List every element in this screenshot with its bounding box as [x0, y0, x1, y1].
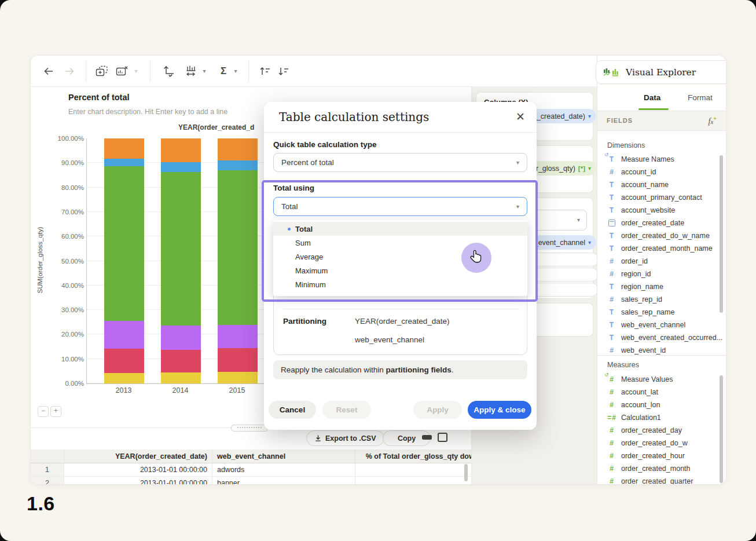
- modal-title: Table calculation settings: [279, 110, 429, 124]
- cancel-button[interactable]: Cancel: [269, 401, 316, 419]
- bar-segment[interactable]: [218, 138, 258, 160]
- y-tick-label: 100.00%: [43, 135, 84, 142]
- bar-segment[interactable]: [104, 349, 144, 373]
- dropdown-option-average[interactable]: Average: [273, 250, 527, 264]
- field-item[interactable]: Tweb_event_created_occurred...: [607, 331, 723, 344]
- dimensions-scrollbar[interactable]: [720, 155, 723, 313]
- lasso-icon: ↺: [604, 152, 609, 158]
- bar-segment[interactable]: [218, 160, 258, 170]
- text-icon: T: [607, 193, 616, 202]
- field-item[interactable]: ↺TMeasure Names: [607, 153, 723, 166]
- y-tick-label: 50.00%: [43, 258, 84, 265]
- apply-button[interactable]: Apply: [413, 401, 462, 419]
- duplicate-chart-icon[interactable]: [94, 64, 109, 79]
- chart-title: Percent of total: [68, 93, 130, 102]
- dropdown-option-total[interactable]: Total: [273, 222, 527, 236]
- bar-segment[interactable]: [104, 159, 144, 166]
- bar-segment[interactable]: [104, 166, 144, 321]
- field-item[interactable]: #account_lat: [607, 386, 723, 399]
- chevron-down-icon[interactable]: ▾: [132, 64, 140, 79]
- field-label: web_event_created_occurred...: [621, 334, 722, 342]
- fields-strip: FIELDS fx+: [597, 111, 726, 131]
- panel-resize-handle[interactable]: [231, 425, 268, 432]
- dropdown-option-sum[interactable]: Sum: [273, 236, 527, 250]
- field-item[interactable]: #account_lon: [607, 399, 723, 411]
- field-item[interactable]: Taccount_website: [607, 204, 723, 217]
- partitioning-label: Partitioning: [283, 317, 326, 326]
- add-calculation-icon[interactable]: fx+: [709, 115, 717, 126]
- chevron-down-icon[interactable]: ▾: [200, 64, 208, 79]
- field-item[interactable]: #order_created_day: [607, 424, 723, 437]
- field-item[interactable]: Taccount_name: [607, 178, 723, 191]
- tab-format[interactable]: Format: [688, 93, 713, 102]
- bar-segment[interactable]: [104, 321, 144, 349]
- field-item[interactable]: #order_created_do_w: [607, 437, 723, 449]
- chart-description-input[interactable]: Enter chart description. Hit Enter key t…: [68, 108, 227, 116]
- reset-button[interactable]: Reset: [322, 401, 371, 419]
- stacked-bar-2014[interactable]: [161, 138, 201, 383]
- measures-scrollbar[interactable]: [720, 375, 723, 483]
- close-icon[interactable]: ✕: [516, 110, 525, 123]
- field-item[interactable]: Tregion_name: [607, 280, 723, 293]
- field-item[interactable]: #account_id: [607, 166, 723, 178]
- field-item[interactable]: #sales_rep_id: [607, 293, 723, 306]
- field-item[interactable]: Torder_created_do_w_name: [607, 229, 723, 242]
- bar-segment[interactable]: [161, 372, 201, 383]
- chevron-down-icon[interactable]: ▾: [232, 64, 240, 79]
- quick-calc-select[interactable]: Percent of total ▾: [273, 153, 527, 172]
- field-item[interactable]: #order_created_hour: [607, 449, 723, 462]
- total-using-label: Total using: [273, 184, 314, 192]
- bar-segment[interactable]: [218, 325, 258, 349]
- field-item[interactable]: Taccount_primary_contact: [607, 191, 723, 204]
- visual-explorer-switcher[interactable]: Visual Explorer ▾: [596, 60, 726, 84]
- total-using-select[interactable]: Total ▾: [273, 197, 527, 216]
- table-scrollbar[interactable]: [464, 464, 468, 481]
- bar-segment[interactable]: [161, 326, 201, 350]
- field-item[interactable]: #region_id: [607, 268, 723, 280]
- back-icon[interactable]: [41, 64, 56, 79]
- field-item[interactable]: #order_created_quarter: [607, 475, 723, 485]
- bar-segment[interactable]: [161, 162, 201, 172]
- field-item[interactable]: order_created_date: [607, 217, 723, 229]
- dropdown-option-minimum[interactable]: Minimum: [273, 277, 527, 291]
- dimensions-header: Dimensions: [607, 141, 645, 149]
- delete-chart-icon[interactable]: [115, 64, 130, 79]
- bar-segment[interactable]: [161, 172, 201, 326]
- forward-icon[interactable]: [62, 64, 77, 79]
- apply-close-button[interactable]: Apply & close: [468, 401, 531, 419]
- field-item[interactable]: Tweb_event_channel: [607, 319, 723, 331]
- field-item[interactable]: Torder_created_month_name: [607, 242, 723, 255]
- maximize-panel-icon[interactable]: [438, 433, 447, 442]
- field-item[interactable]: #order_id: [607, 255, 723, 268]
- swap-axes-icon[interactable]: [161, 64, 176, 79]
- field-item[interactable]: Tsales_rep_name: [607, 306, 723, 319]
- zoom-in-button[interactable]: +: [50, 406, 61, 417]
- bar-segment[interactable]: [218, 372, 258, 383]
- export-csv-button[interactable]: Export to .CSV: [306, 430, 384, 446]
- dropdown-option-maximum[interactable]: Maximum: [273, 264, 527, 277]
- sort-descending-icon[interactable]: [276, 64, 291, 79]
- bar-segment[interactable]: [161, 350, 201, 372]
- field-item[interactable]: =#Calculation1: [607, 411, 723, 424]
- field-label: order_created_date: [621, 219, 684, 227]
- bar-segment[interactable]: [161, 138, 201, 162]
- field-item[interactable]: #order_created_month: [607, 462, 723, 475]
- stacked-bar-2015[interactable]: [218, 138, 258, 383]
- section-divider: [283, 309, 518, 309]
- zoom-out-button[interactable]: −: [38, 406, 49, 417]
- chart-type-icon[interactable]: [184, 64, 199, 79]
- aggregate-sigma-icon[interactable]: Σ: [216, 64, 231, 79]
- stacked-bar-2013[interactable]: [104, 138, 144, 383]
- field-item[interactable]: ↺#Measure Values: [607, 373, 723, 386]
- bar-segment[interactable]: [218, 348, 258, 372]
- copy-label: Copy: [398, 434, 416, 443]
- bar-segment[interactable]: [104, 373, 144, 383]
- measures-list: ↺#Measure Values#account_lat#account_lon…: [607, 373, 723, 485]
- bar-segment[interactable]: [104, 138, 144, 159]
- sort-ascending-icon[interactable]: [258, 64, 273, 79]
- x-tick-label: 2015: [217, 386, 257, 394]
- minimize-panel-icon[interactable]: [422, 435, 432, 440]
- tab-data[interactable]: Data: [644, 93, 660, 102]
- y-tick-label: 0.00%: [43, 380, 84, 387]
- bar-segment[interactable]: [218, 170, 258, 324]
